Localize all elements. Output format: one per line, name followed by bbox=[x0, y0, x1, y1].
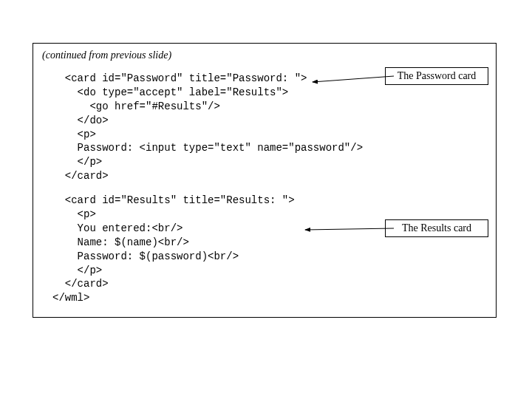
label-password-card: The Password card bbox=[385, 67, 488, 85]
slide-frame: (continued from previous slide) <card id… bbox=[33, 43, 497, 318]
code-block-password: <card id="Password" title="Password: "> … bbox=[52, 72, 487, 183]
slide-caption: (continued from previous slide) bbox=[42, 50, 487, 61]
label-results-card: The Results card bbox=[385, 219, 488, 237]
code-block-results: <card id="Results" title="Results: "> <p… bbox=[52, 194, 487, 305]
